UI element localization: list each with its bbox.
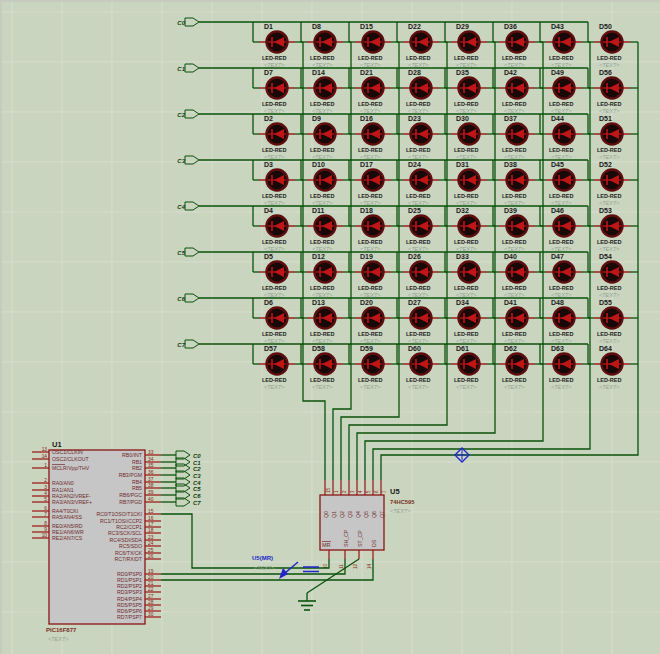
pin-name: RB6/PGC: [119, 492, 142, 498]
pin-number: 6: [44, 506, 47, 511]
pin-name: MCLR/Vpp/THV: [52, 465, 90, 471]
pin-name: RC5/SDO: [119, 543, 142, 549]
led-text-placeholder: <TEXT>: [504, 62, 525, 68]
pin-number: 30: [148, 612, 154, 617]
led-type-label: LED-RED: [310, 193, 334, 199]
terminal-label: C2: [193, 466, 201, 472]
led-ref-label: D43: [551, 23, 564, 30]
led-type-label: LED-RED: [502, 331, 526, 337]
led-ref-label: D60: [408, 345, 421, 352]
led-ref-label: D3: [264, 161, 273, 168]
chip-u1-pic16f877[interactable]: U1PIC16F877<TEXT>13OSC1/CLKIN14OSC2/CLKO…: [32, 440, 161, 642]
led-text-placeholder: <TEXT>: [360, 384, 381, 390]
led-ref-label: D53: [599, 207, 612, 214]
led-ref-label: D22: [408, 23, 421, 30]
terminal-label: C3: [177, 158, 185, 164]
pin-number: 27: [148, 594, 154, 599]
led-text-placeholder: <TEXT>: [360, 62, 381, 68]
pin-number: 22: [148, 587, 154, 592]
led-ref-label: D46: [551, 207, 564, 214]
led-type-label: LED-RED: [454, 147, 478, 153]
led-type-label: LED-RED: [310, 147, 334, 153]
pin-name: SH_CP: [343, 529, 349, 547]
led-ref-label: D10: [312, 161, 325, 168]
led-text-placeholder: <TEXT>: [408, 200, 429, 206]
led-ref-label: D13: [312, 299, 325, 306]
pin-name: Q3: [347, 511, 353, 518]
led-ref-label: D63: [551, 345, 564, 352]
led-ref-label: D58: [312, 345, 325, 352]
led-type-label: LED-RED: [454, 193, 478, 199]
pin-name: RA0/AN0: [52, 480, 74, 486]
pin-name: RB3/PGM: [119, 472, 142, 478]
led-text-placeholder: <TEXT>: [312, 108, 333, 114]
pin-number: 5: [44, 497, 47, 502]
pin-name: RB5: [132, 485, 142, 491]
led-text-placeholder: <TEXT>: [551, 292, 572, 298]
led-type-label: LED-RED: [454, 331, 478, 337]
led-text-placeholder: <TEXT>: [551, 384, 572, 390]
led-type-label: LED-RED: [262, 377, 286, 383]
led-text-placeholder: <TEXT>: [456, 246, 477, 252]
led-type-label: LED-RED: [358, 147, 382, 153]
led-ref-label: D41: [504, 299, 517, 306]
pin-number: 15: [326, 487, 331, 493]
led-ref-label: D18: [360, 207, 373, 214]
led-text-placeholder: <TEXT>: [408, 292, 429, 298]
terminal-label: C3: [193, 473, 201, 479]
led-text-placeholder: <TEXT>: [360, 108, 381, 114]
led-ref-label: D15: [360, 23, 373, 30]
led-type-label: LED-RED: [597, 55, 621, 61]
led-text-placeholder: <TEXT>: [408, 108, 429, 114]
pin-number: 36: [148, 470, 154, 475]
led-text-placeholder: <TEXT>: [312, 62, 333, 68]
led-text-placeholder: <TEXT>: [264, 200, 285, 206]
pin-name: Q2: [339, 511, 345, 518]
terminal-label: C2: [177, 112, 185, 118]
led-ref-label: D24: [408, 161, 421, 168]
led-ref-label: D56: [599, 69, 612, 76]
led-type-label: LED-RED: [358, 285, 382, 291]
led-text-placeholder: <TEXT>: [312, 384, 333, 390]
led-type-label: LED-RED: [262, 193, 286, 199]
terminal-label: C4: [177, 204, 185, 210]
led-type-label: LED-RED: [310, 239, 334, 245]
led-ref-label: D5: [264, 253, 273, 260]
led-text-placeholder: <TEXT>: [456, 154, 477, 160]
led-text-placeholder: <TEXT>: [408, 338, 429, 344]
led-text-placeholder: <TEXT>: [504, 108, 525, 114]
pin-number: 38: [148, 483, 154, 488]
led-text-placeholder: <TEXT>: [264, 154, 285, 160]
led-type-label: LED-RED: [597, 147, 621, 153]
pin-number: 19: [148, 569, 154, 574]
led-text-placeholder: <TEXT>: [264, 384, 285, 390]
led-ref-label: D37: [504, 115, 517, 122]
pin-name: Q6: [371, 511, 377, 518]
led-ref-label: D23: [408, 115, 421, 122]
led-text-placeholder: <TEXT>: [551, 246, 572, 252]
led-type-label: LED-RED: [358, 377, 382, 383]
pin-number: 40: [148, 497, 154, 502]
pin-name: Q7: [379, 511, 385, 518]
led-ref-label: D35: [456, 69, 469, 76]
pin-number: 17: [148, 522, 154, 527]
pin-name: RB0/INT: [122, 452, 143, 458]
terminal-label: C0: [193, 453, 201, 459]
schematic-sheet: C0C1C2C3C4C5C6C7D1LED-RED<TEXT>D8LED-RED…: [2, 2, 660, 654]
led-type-label: LED-RED: [262, 331, 286, 337]
pin-number: 34: [148, 457, 154, 462]
pin-number: 25: [148, 548, 154, 553]
probe-text-placeholder: <TEXT>: [254, 565, 275, 571]
led-type-label: LED-RED: [597, 377, 621, 383]
led-type-label: LED-RED: [310, 285, 334, 291]
chip-text-placeholder: <TEXT>: [48, 636, 69, 642]
pin-number: 37: [148, 477, 154, 482]
led-ref-label: D19: [360, 253, 373, 260]
led-type-label: LED-RED: [406, 101, 430, 107]
led-ref-label: D48: [551, 299, 564, 306]
led-ref-label: D21: [360, 69, 373, 76]
led-text-placeholder: <TEXT>: [264, 108, 285, 114]
led-ref-label: D50: [599, 23, 612, 30]
pin-name: MR: [322, 542, 331, 548]
led-ref-label: D29: [456, 23, 469, 30]
